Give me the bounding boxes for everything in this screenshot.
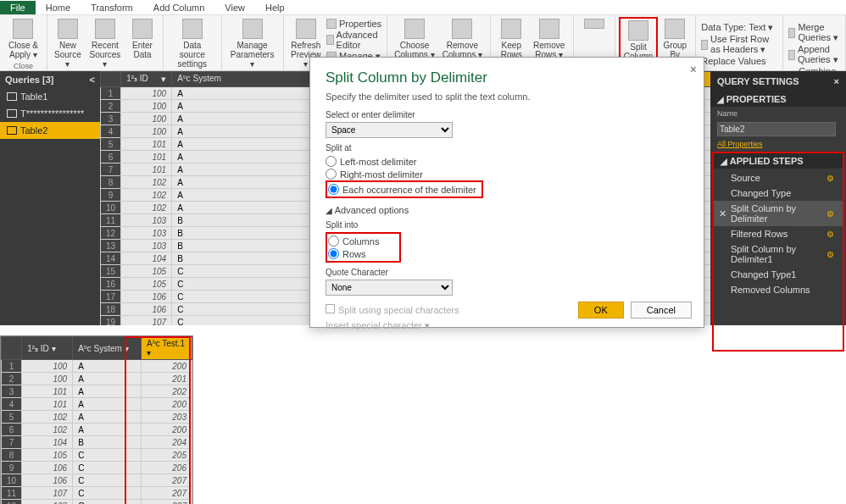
row-number[interactable]: 16	[101, 278, 121, 291]
cell[interactable]: A	[73, 373, 142, 385]
row-number[interactable]: 13	[101, 240, 121, 252]
ok-button[interactable]: OK	[578, 302, 624, 318]
query-name-input[interactable]	[717, 122, 836, 136]
cell[interactable]: 101	[121, 138, 172, 151]
cell[interactable]: C	[73, 462, 142, 474]
cell[interactable]: 103	[121, 214, 172, 227]
cell[interactable]: 200	[142, 360, 192, 373]
cell[interactable]: C	[73, 449, 142, 462]
cell[interactable]: 101	[22, 398, 73, 411]
applied-step[interactable]: Source⚙	[714, 170, 843, 186]
cell[interactable]: 100	[121, 87, 172, 100]
data-type-dropdown[interactable]: Data Type: Text ▾	[701, 22, 777, 33]
cell[interactable]: A	[73, 424, 142, 436]
row-number[interactable]: 14	[101, 252, 121, 265]
cell[interactable]: 108	[22, 500, 73, 505]
recent-sources-button[interactable]: Recent Sources ▾	[85, 17, 125, 70]
column-header[interactable]: 1²₃ ID ▾	[121, 72, 172, 87]
row-number[interactable]: 7	[2, 436, 22, 449]
row-number[interactable]: 1	[101, 87, 121, 100]
dialog-close-icon[interactable]: ×	[690, 63, 697, 76]
column-header[interactable]: Aᵇc Test.1 ▾	[142, 337, 192, 360]
menu-view[interactable]: View	[214, 1, 255, 14]
cell[interactable]: A	[73, 398, 142, 411]
applied-step[interactable]: ✕Split Column by Delimiter⚙	[714, 201, 843, 226]
row-number[interactable]: 7	[101, 163, 121, 176]
cell[interactable]: 102	[121, 202, 172, 214]
quote-char-select[interactable]: None	[326, 280, 453, 296]
row-number[interactable]: 5	[101, 138, 121, 151]
cell[interactable]: 200	[142, 424, 192, 436]
menu-addcolumn[interactable]: Add Column	[143, 1, 215, 14]
cell[interactable]: 100	[22, 373, 73, 385]
row-number[interactable]: 2	[101, 100, 121, 113]
query-item[interactable]: T****************	[0, 105, 100, 122]
gear-icon[interactable]: ⚙	[827, 230, 834, 239]
menu-transform[interactable]: Transform	[81, 1, 143, 14]
advanced-options-toggle[interactable]: ◢ Advanced options	[326, 205, 688, 215]
cell[interactable]: C	[73, 500, 142, 505]
row-number[interactable]: 1	[2, 360, 22, 373]
row-number[interactable]: 12	[2, 500, 22, 505]
gear-icon[interactable]: ⚙	[827, 250, 834, 259]
cell[interactable]: 105	[121, 265, 172, 278]
close-apply-button[interactable]: Close & Apply ▾	[3, 17, 43, 61]
radio-rightmost[interactable]: Right-most delimiter	[326, 168, 688, 180]
row-number[interactable]: 9	[2, 462, 22, 474]
cell[interactable]: B	[73, 436, 142, 449]
cell[interactable]: 207	[142, 500, 192, 505]
row-number[interactable]: 10	[2, 474, 22, 487]
gear-icon[interactable]: ⚙	[827, 209, 834, 219]
applied-step[interactable]: Split Column by Delimiter1⚙	[714, 241, 843, 267]
cell[interactable]: 104	[121, 252, 172, 265]
radio-into-columns[interactable]: Columns	[328, 235, 379, 247]
cell[interactable]: 200	[142, 398, 192, 411]
first-row-headers-button[interactable]: Use First Row as Headers ▾	[701, 34, 777, 55]
cell[interactable]: A	[73, 360, 142, 373]
row-number[interactable]: 3	[2, 385, 22, 398]
gear-icon[interactable]: ⚙	[827, 174, 834, 183]
cell[interactable]: 105	[22, 449, 73, 462]
cell[interactable]: 102	[22, 424, 73, 436]
cell[interactable]: 207	[142, 487, 192, 500]
radio-leftmost[interactable]: Left-most delimiter	[326, 155, 688, 168]
menu-file[interactable]: File	[0, 1, 36, 14]
applied-step[interactable]: Changed Type1	[714, 267, 843, 282]
cell[interactable]: 204	[142, 436, 192, 449]
cell[interactable]: 102	[121, 189, 172, 202]
cell[interactable]: 102	[121, 176, 172, 189]
row-number[interactable]: 6	[2, 424, 22, 436]
cell[interactable]: A	[73, 385, 142, 398]
row-number[interactable]: 11	[101, 214, 121, 227]
close-settings-icon[interactable]: ×	[834, 76, 839, 86]
row-number[interactable]: 19	[101, 316, 121, 326]
row-number[interactable]: 18	[101, 303, 121, 316]
query-item[interactable]: Table2	[0, 122, 100, 139]
radio-into-rows[interactable]: Rows	[328, 247, 379, 260]
advanced-editor-button[interactable]: Advanced Editor	[326, 30, 381, 50]
cell[interactable]: 203	[142, 411, 192, 424]
menu-help[interactable]: Help	[255, 1, 295, 14]
query-item[interactable]: Table1	[0, 88, 100, 105]
radio-each-occurrence[interactable]: Each occurrence of the delimiter	[328, 183, 476, 196]
cell[interactable]: 104	[22, 436, 73, 449]
applied-step[interactable]: Removed Columns	[714, 282, 843, 297]
column-header[interactable]: Aᵇc System ▾	[73, 337, 142, 360]
cell[interactable]: C	[73, 474, 142, 487]
append-queries-button[interactable]: Append Queries ▾	[788, 44, 840, 65]
cell[interactable]: 106	[22, 474, 73, 487]
row-number[interactable]: 5	[2, 411, 22, 424]
new-source-button[interactable]: New Source ▾	[51, 17, 85, 70]
cell[interactable]: 106	[121, 291, 172, 303]
cell[interactable]: 207	[142, 474, 192, 487]
row-number[interactable]: 2	[2, 373, 22, 385]
row-number[interactable]: 17	[101, 291, 121, 303]
cell[interactable]: 103	[121, 240, 172, 252]
cell[interactable]: 205	[142, 449, 192, 462]
cell[interactable]: 106	[22, 462, 73, 474]
row-number[interactable]: 8	[2, 449, 22, 462]
cell[interactable]: 106	[121, 303, 172, 316]
cell[interactable]: 101	[121, 151, 172, 163]
cell[interactable]: 100	[121, 100, 172, 113]
cell[interactable]: 100	[121, 125, 172, 138]
